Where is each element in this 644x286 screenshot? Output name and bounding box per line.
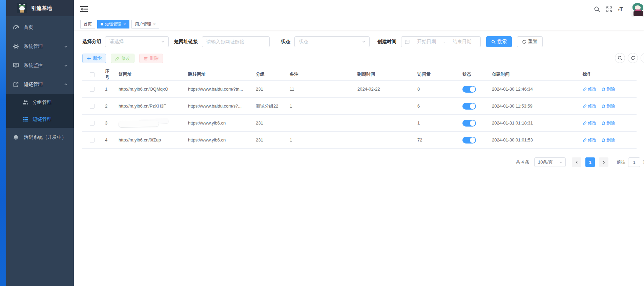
prev-page-button[interactable] (572, 157, 581, 167)
cell-short-url-redacted: 9S Ni (115, 115, 185, 132)
page-content: 选择分组 请选择 短网址链接 状态 状态 创建时间 开始日期 (74, 30, 644, 167)
cell-remark: 1 (286, 132, 354, 149)
row-edit-link[interactable]: 修改 (583, 137, 597, 143)
delete-button[interactable]: 删除 (139, 54, 163, 63)
chevron-down-icon (64, 44, 68, 49)
select-all-checkbox[interactable] (90, 72, 95, 77)
toolbar-search-toggle[interactable] (615, 53, 625, 63)
row-checkbox[interactable] (90, 104, 95, 109)
gear-icon (13, 43, 19, 50)
sidebar-item-home[interactable]: 首页 (6, 18, 74, 37)
row-delete-link[interactable]: 删除 (601, 86, 615, 92)
filter-form: 选择分组 请选择 短网址链接 状态 状态 创建时间 开始日期 (82, 36, 644, 47)
search-button-label: 搜索 (497, 39, 507, 45)
status-toggle[interactable] (462, 137, 476, 144)
url-filter-label: 短网址链接 (174, 39, 198, 45)
edit-button[interactable]: 修改 (111, 54, 134, 63)
sidebar-submenu-shortlink: 分组管理 短链管理 (6, 94, 74, 128)
sidebar-item-label: 分组管理 (33, 99, 68, 106)
tab-shortlink-management[interactable]: 短链管理 ✕ (97, 20, 129, 28)
cell-created: 2024-01-31 01:18:31 (489, 115, 576, 132)
bell-icon (13, 134, 19, 140)
chevron-down-icon (161, 40, 165, 44)
cell-group: 231 (252, 115, 286, 132)
row-edit-link[interactable]: 修改 (583, 86, 597, 92)
logo-title: 引流基地 (31, 5, 52, 12)
row-checkbox[interactable] (90, 138, 95, 142)
next-page-button[interactable] (599, 157, 608, 167)
col-header-status: 状态 (459, 68, 489, 81)
sidebar-item-label: 短链管理 (33, 116, 68, 122)
cell-remark: 11 (286, 81, 354, 98)
status-select[interactable]: 状态 (294, 36, 370, 47)
sidebar-logo[interactable]: 引流基地 (6, 0, 74, 16)
page-size-value: 10条/页 (538, 159, 553, 165)
url-input[interactable] (202, 39, 269, 44)
tags-view-bar: 首页 短链管理 ✕ 用户管理 ✕ (74, 18, 644, 30)
sidebar-item-system-monitor[interactable]: 系统监控 (6, 56, 74, 75)
sidebar-item-group-management[interactable]: 分组管理 (6, 94, 74, 111)
page-size-select[interactable]: 10条/页 (534, 157, 566, 167)
date-end-placeholder: 结束日期 (447, 39, 477, 45)
font-size-icon[interactable]: ttTT (618, 6, 623, 12)
sidebar-item-label: 活码系统（开发中） (24, 134, 68, 140)
sidebar-item-shortlink-list[interactable]: 短链管理 (6, 111, 74, 128)
close-icon[interactable]: ✕ (123, 22, 126, 26)
tab-user-management[interactable]: 用户管理 ✕ (131, 20, 159, 28)
date-range-picker[interactable]: 开始日期 - 结束日期 (401, 36, 481, 47)
delete-button-label: 删除 (150, 55, 159, 61)
navbar-actions: ttTT (594, 0, 623, 18)
row-delete-link[interactable]: 删除 (601, 137, 615, 143)
close-icon[interactable]: ✕ (153, 22, 156, 26)
cell-short-url: http://m.ylb6.cn/0fZup (115, 132, 185, 149)
col-header-created: 创建时间 (489, 68, 576, 81)
search-button[interactable]: 搜索 (486, 36, 512, 47)
status-toggle[interactable] (462, 103, 476, 110)
toolbar-columns-button[interactable] (641, 53, 644, 63)
trash-icon (144, 56, 148, 61)
col-header-visits: 访问量 (414, 68, 459, 81)
trash-icon (601, 87, 605, 91)
reset-button[interactable]: 重置 (517, 36, 543, 47)
chevron-right-icon (602, 160, 606, 164)
edit-icon (583, 104, 587, 108)
tab-label: 短链管理 (105, 21, 121, 27)
toolbar-refresh-button[interactable] (628, 53, 638, 63)
row-checkbox[interactable] (90, 87, 95, 92)
sidebar-item-system-management[interactable]: 系统管理 (6, 37, 74, 56)
sidebar-item-livecode-system[interactable]: 活码系统（开发中） (6, 128, 74, 147)
row-edit-link[interactable]: 修改 (583, 120, 597, 126)
fullscreen-icon[interactable] (606, 6, 612, 13)
status-toggle[interactable] (462, 86, 476, 93)
table-row: 3 9S Ni https://www.ylb6.cn 231 1 (82, 115, 637, 132)
created-filter-label: 创建时间 (377, 39, 396, 45)
search-icon[interactable] (594, 6, 600, 13)
row-delete-link[interactable]: 删除 (601, 103, 615, 109)
col-header-expire: 到期时间 (354, 68, 414, 81)
sidebar-item-label: 系统管理 (24, 43, 64, 50)
page-number-button[interactable]: 1 (585, 157, 595, 167)
reset-button-label: 重置 (528, 39, 538, 45)
edit-icon (583, 121, 587, 125)
sidebar-item-shortlink-management[interactable]: 短链管理 (6, 75, 74, 94)
row-checkbox[interactable] (90, 121, 95, 126)
sidebar-fold-icon[interactable] (80, 6, 88, 13)
chevron-down-icon (64, 63, 68, 68)
tab-label: 用户管理 (135, 21, 151, 27)
tab-home[interactable]: 首页 (80, 20, 95, 28)
user-avatar[interactable] (630, 2, 644, 17)
chevron-down-icon (559, 160, 563, 164)
cell-expire: 2024-02-22 (354, 81, 414, 98)
cell-created: 2024-01-30 11:53:59 (489, 98, 576, 115)
group-select[interactable]: 请选择 (105, 36, 169, 47)
cell-short-url: http://m.ylb6.cn/PzXH3F (115, 98, 185, 115)
status-select-placeholder: 状态 (299, 39, 308, 45)
row-delete-link[interactable]: 删除 (601, 120, 615, 126)
edit-icon (583, 87, 587, 91)
status-toggle[interactable] (462, 120, 476, 127)
add-button[interactable]: 新增 (82, 54, 106, 63)
row-edit-link[interactable]: 修改 (583, 103, 597, 109)
search-icon (618, 56, 622, 60)
trash-icon (601, 121, 605, 125)
goto-page-input[interactable] (628, 157, 640, 167)
